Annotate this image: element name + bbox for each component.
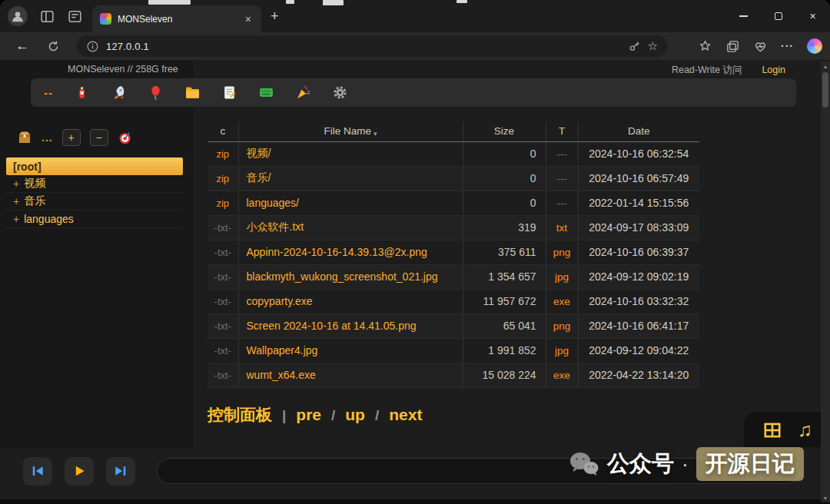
tree-item-music[interactable]: + 音乐 bbox=[6, 193, 183, 211]
browser-tab[interactable]: MONSeleven × bbox=[92, 5, 261, 32]
file-link[interactable]: 音乐/ bbox=[247, 171, 271, 184]
expand-icon[interactable]: + bbox=[13, 213, 19, 225]
page-scrollbar[interactable]: ▲ ▼ bbox=[821, 61, 830, 502]
address-input[interactable]: 127.0.0.1 ☆ bbox=[77, 35, 667, 57]
key-icon[interactable] bbox=[628, 40, 641, 53]
next-track-button[interactable] bbox=[106, 457, 135, 486]
gear-icon[interactable] bbox=[332, 85, 348, 101]
cell-name: 音乐/ bbox=[238, 166, 463, 191]
cell-type: png bbox=[546, 313, 578, 338]
close-button[interactable]: × bbox=[795, 0, 830, 32]
keyboard-icon[interactable] bbox=[258, 85, 274, 101]
minimize-button[interactable] bbox=[726, 0, 761, 32]
refresh-button[interactable] bbox=[42, 32, 65, 60]
cell-c[interactable]: zip bbox=[208, 166, 238, 191]
login-link[interactable]: Login bbox=[762, 65, 785, 75]
file-table-body: zip视频/0---2024-10-16 06:32:54zip音乐/0---2… bbox=[208, 141, 699, 387]
tab-title: MONSeleven bbox=[118, 14, 237, 25]
next-link[interactable]: next bbox=[389, 406, 422, 424]
col-header-name[interactable]: File Name▾ bbox=[238, 121, 463, 141]
cell-size: 375 611 bbox=[463, 240, 546, 264]
cell-c[interactable]: -txt- bbox=[208, 215, 238, 240]
pre-link[interactable]: pre bbox=[296, 406, 321, 424]
cell-c[interactable]: -txt- bbox=[208, 289, 238, 313]
more-menu-icon[interactable]: ··· bbox=[781, 40, 794, 52]
file-link[interactable]: copyparty.exe bbox=[247, 295, 313, 307]
copyparty-page: MONSeleven // 258G free Read-Write 访问 Lo… bbox=[0, 60, 830, 504]
collapse-all-button[interactable]: − bbox=[90, 129, 108, 146]
table-row: -txt-Wallpaper4.jpg1 991 852jpg2024-09-1… bbox=[208, 338, 699, 363]
collapse-button[interactable]: -- bbox=[44, 86, 53, 99]
cell-type: exe bbox=[546, 289, 578, 313]
grid-view-icon[interactable] bbox=[762, 420, 782, 439]
page-footer-links: 控制面板 | pre / up / next bbox=[208, 404, 422, 426]
tree-item-root[interactable]: [root] bbox=[6, 158, 183, 175]
file-link[interactable]: languages/ bbox=[247, 197, 300, 209]
file-link[interactable]: Appinn-2024-10-16-14.39.13@2x.png bbox=[247, 246, 427, 258]
fire-extinguisher-icon[interactable] bbox=[74, 85, 90, 101]
col-header-c[interactable]: c bbox=[208, 121, 238, 141]
up-link[interactable]: up bbox=[345, 406, 365, 424]
col-header-size[interactable]: Size bbox=[463, 121, 546, 141]
control-panel-link[interactable]: 控制面板 bbox=[208, 404, 272, 426]
tab-close-icon[interactable]: × bbox=[243, 13, 254, 25]
cell-c[interactable]: zip bbox=[208, 191, 238, 215]
folder-icon[interactable] bbox=[184, 85, 201, 101]
favorites-icon[interactable] bbox=[698, 39, 712, 54]
balloon-icon[interactable] bbox=[148, 85, 164, 101]
cell-date: 2024-09-12 09:04:22 bbox=[578, 338, 699, 363]
music-note-icon[interactable]: ♫ bbox=[798, 420, 812, 439]
maximize-button[interactable] bbox=[761, 0, 795, 32]
profile-avatar[interactable] bbox=[8, 6, 28, 26]
workspaces-icon[interactable] bbox=[39, 8, 55, 25]
cell-c[interactable]: -txt- bbox=[208, 338, 238, 363]
play-button[interactable] bbox=[65, 457, 94, 486]
file-link[interactable]: Wallpaper4.jpg bbox=[247, 344, 318, 356]
col-header-date[interactable]: Date bbox=[578, 121, 699, 141]
back-button[interactable]: ← bbox=[11, 32, 34, 60]
expand-icon[interactable]: + bbox=[13, 177, 19, 190]
new-tab-button[interactable]: + bbox=[271, 0, 279, 32]
copilot-icon[interactable] bbox=[807, 38, 822, 54]
site-info-icon[interactable] bbox=[86, 40, 99, 53]
rocket-icon[interactable] bbox=[111, 85, 127, 101]
file-link[interactable]: Screen 2024-10-16 at 14.41.05.png bbox=[247, 320, 417, 332]
package-icon[interactable] bbox=[17, 130, 32, 145]
separator: / bbox=[331, 407, 335, 424]
file-link[interactable]: 视频/ bbox=[247, 147, 271, 159]
cell-c[interactable]: -txt- bbox=[208, 313, 238, 338]
favorite-star-icon[interactable]: ☆ bbox=[648, 39, 658, 53]
cell-type: --- bbox=[546, 166, 578, 191]
cell-date: 2022-01-14 15:15:56 bbox=[578, 191, 699, 215]
scroll-down-icon[interactable]: ▼ bbox=[823, 493, 828, 502]
scroll-up-icon[interactable]: ▲ bbox=[823, 61, 828, 71]
file-link[interactable]: wumt_x64.exe bbox=[247, 369, 316, 381]
cell-c[interactable]: -txt- bbox=[208, 363, 238, 387]
browser-essentials-icon[interactable] bbox=[753, 39, 768, 54]
cell-c[interactable]: -txt- bbox=[208, 240, 238, 264]
play-icon bbox=[71, 463, 87, 479]
col-header-type[interactable]: T bbox=[546, 121, 578, 141]
expand-all-button[interactable]: + bbox=[62, 129, 81, 146]
file-link[interactable]: blackmyth_wukong_screenshot_021.jpg bbox=[247, 270, 438, 283]
tree-item-videos[interactable]: + 视频 bbox=[6, 175, 183, 193]
cell-size: 15 028 224 bbox=[463, 363, 546, 387]
expand-icon[interactable]: + bbox=[13, 195, 19, 207]
tab-actions-icon[interactable] bbox=[67, 8, 83, 25]
file-link[interactable]: 小众软件.txt bbox=[247, 220, 304, 233]
cell-c[interactable]: zip bbox=[208, 141, 238, 166]
cell-c[interactable]: -txt- bbox=[208, 264, 238, 289]
sidebar-more-label[interactable]: ... bbox=[42, 131, 53, 144]
dartboard-icon[interactable] bbox=[118, 130, 133, 145]
party-popper-icon[interactable] bbox=[295, 85, 311, 101]
screen-artifact bbox=[456, 0, 467, 3]
breadcrumb[interactable]: MONSeleven // 258G free bbox=[68, 64, 178, 77]
memo-icon[interactable] bbox=[221, 85, 237, 101]
previous-track-button[interactable] bbox=[23, 457, 52, 486]
collections-icon[interactable] bbox=[725, 39, 740, 54]
scrollbar-thumb[interactable] bbox=[822, 72, 828, 108]
cell-date: 2024-10-16 03:32:32 bbox=[578, 289, 699, 313]
tree-item-languages[interactable]: + languages bbox=[6, 211, 183, 228]
cell-name: copyparty.exe bbox=[238, 289, 463, 313]
person-icon bbox=[9, 8, 26, 25]
